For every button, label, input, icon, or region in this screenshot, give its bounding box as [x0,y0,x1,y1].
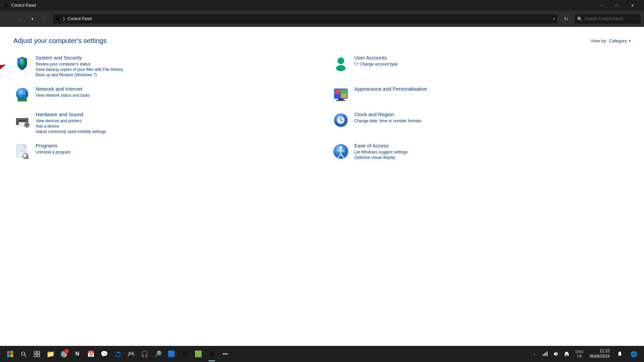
user-accounts-badge: 🛡 [354,62,358,66]
notification-bell[interactable] [614,349,625,359]
network-tray-icon[interactable] [540,349,550,359]
categories-wrapper: System and Security Review your computer… [13,55,631,161]
user-accounts-link-1[interactable]: Change account type [360,62,398,66]
window-title: Control Panel [11,3,36,8]
category-system-security[interactable]: System and Security Review your computer… [13,55,312,78]
network-internet-content: Network and Internet View network status… [36,86,312,98]
view-by-value[interactable]: Category [609,38,627,43]
address-text: Control Panel [68,16,92,21]
svg-point-2 [337,57,344,64]
discord2-button[interactable]: 🟦 [165,348,177,360]
svg-point-32 [340,120,341,121]
clock-region-link-1[interactable]: Change date, time or number formats [354,119,631,123]
close-button[interactable]: ✕ [625,0,640,11]
aurora-widget[interactable]: 🌐 [628,348,640,360]
system-security-title[interactable]: System and Security [36,55,312,60]
lang-code: ENG [575,350,583,354]
ease-of-access-title[interactable]: Ease of Access [354,143,631,148]
chrome-button[interactable]: 1 [58,348,70,360]
hardware-sound-link-2[interactable]: Add a device [36,124,312,129]
svg-rect-54 [34,354,36,357]
hardware-sound-link-1[interactable]: View devices and printers [36,119,312,123]
ease-of-access-link-2[interactable]: Optimise visual display [354,155,631,160]
svg-rect-46 [7,351,10,354]
appearance-title[interactable]: Appearance and Personalisation [354,86,631,92]
search2-button[interactable]: 🔎 [152,348,164,360]
category-hardware-sound[interactable]: Hardware and Sound View devices and prin… [13,111,312,135]
refresh-button[interactable]: ↻ [561,13,571,24]
back-button[interactable]: ← [3,13,13,24]
svg-line-51 [25,355,26,357]
view-by-arrow-icon[interactable]: ▾ [629,39,631,43]
clock-region-content: Clock and Region Change date, time or nu… [354,111,631,124]
lang-region: UK [575,354,583,358]
appearance-icon [332,86,350,103]
programs-link-1[interactable]: Uninstall a program [36,150,312,154]
system-security-link-3[interactable]: Back up and Restore (Windows 7) [36,73,312,77]
control-panel-taskbar-button[interactable]: 🖥 [206,348,218,360]
svg-rect-17 [336,100,346,101]
view-by-control: View by: Category ▾ [591,38,631,43]
volume-tray-icon[interactable] [551,349,561,359]
category-user-accounts[interactable]: User Accounts 🛡 Change account type [332,55,631,78]
file-explorer-button[interactable]: 📁 [44,348,56,360]
more-button[interactable]: ••• [219,348,231,360]
clock-region-title[interactable]: Clock and Region [354,111,631,117]
svg-rect-61 [546,352,546,356]
calendar-button[interactable]: 📅 [85,348,97,360]
system-security-link-2[interactable]: Save backup copies of your files with Fi… [36,67,312,72]
edge-button[interactable] [112,348,124,360]
ease-of-access-link-1[interactable]: Let Windows suggest settings [354,150,631,154]
recent-button[interactable]: ▾ [27,13,38,24]
address-bar[interactable]: 🖥 ❯ Control Panel ▾ [52,13,558,24]
hardware-sound-link-3[interactable]: Adjust commonly used mobility settings [36,129,312,134]
start-button[interactable] [4,348,16,360]
taskbar: 📁 1 N 📅 💬 🎮 🎧 🔎 🟦 ⚙ [0,346,644,362]
search-taskbar-button[interactable] [17,348,30,360]
hardware-sound-title[interactable]: Hardware and Sound [36,111,312,117]
svg-rect-12 [335,89,341,94]
network-internet-link-1[interactable]: View network status and tasks [36,93,312,98]
category-appearance[interactable]: Appearance and Personalisation [332,86,631,103]
category-clock-region[interactable]: Clock and Region Change date, time or nu… [332,111,631,135]
category-programs[interactable]: Programs Uninstall a program [13,143,312,161]
discord-button[interactable]: 🎧 [138,348,151,360]
address-dropdown-icon[interactable]: ▾ [553,17,555,21]
programs-title[interactable]: Programs [36,143,312,148]
search-area[interactable]: 🔍 [574,13,641,24]
hardware-sound-content: Hardware and Sound View devices and prin… [36,111,312,135]
svg-rect-20 [18,120,26,122]
nav-bar: ← → ▾ ↑ 🖥 ❯ Control Panel ▾ ↻ 🔍 [0,11,644,27]
user-accounts-title[interactable]: User Accounts [354,55,631,60]
svg-point-50 [22,352,25,355]
title-bar-controls: − □ ✕ [594,0,640,11]
messenger-button[interactable]: 💬 [98,348,110,360]
search-input[interactable] [585,16,638,21]
svg-rect-59 [543,354,544,356]
games-button[interactable]: 🎮 [125,348,137,360]
task-view-button[interactable] [31,348,43,360]
forward-button[interactable]: → [15,13,26,24]
address-icon: 🖥 [55,16,60,21]
minecraft-button[interactable]: 🟩 [192,348,204,360]
settings-button[interactable]: ⚙ [179,348,191,360]
system-security-link-1[interactable]: Review your computer's status [36,62,312,66]
category-ease-of-access[interactable]: Ease of Access Let Windows suggest setti… [332,143,631,161]
programs-content: Programs Uninstall a program [36,143,312,155]
page-header: Adjust your computer's settings View by:… [13,37,631,45]
minimize-button[interactable]: − [594,0,609,11]
print-tray-icon[interactable] [562,349,571,359]
svg-rect-9 [17,99,27,101]
language-indicator[interactable]: ENG UK [574,349,585,359]
clock-display[interactable]: 11:22 06/06/2024 [588,348,612,360]
maximize-button[interactable]: □ [609,0,625,11]
svg-rect-52 [34,351,36,353]
notion-button[interactable]: N [71,348,83,360]
category-network-internet[interactable]: Network and Internet View network status… [13,86,312,103]
system-security-content: System and Security Review your computer… [36,55,312,78]
svg-rect-47 [10,351,13,354]
up-button[interactable]: ↑ [39,13,50,24]
tray-expand-button[interactable]: ‹ [530,349,539,359]
network-internet-title[interactable]: Network and Internet [36,86,312,92]
svg-marker-63 [554,352,557,356]
